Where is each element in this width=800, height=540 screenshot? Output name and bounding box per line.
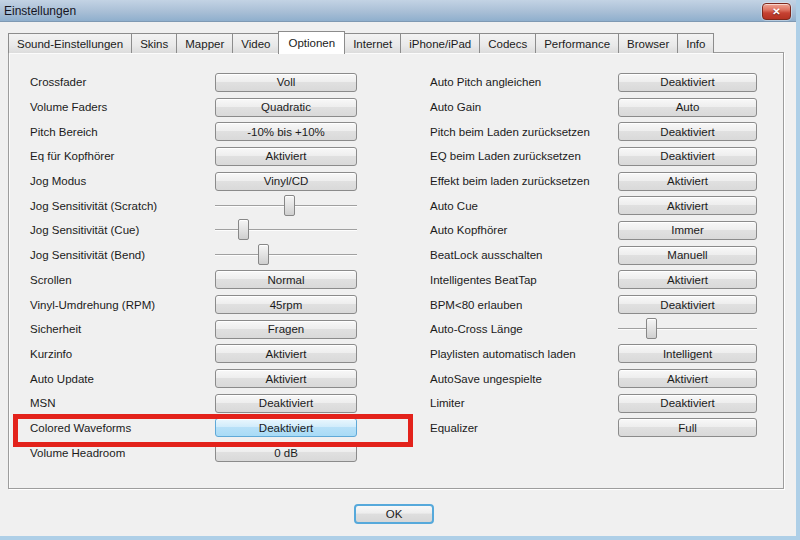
setting-label-sicherheit: Sicherheit [30, 323, 215, 335]
setting-label-auto-update: Auto Update [30, 373, 215, 385]
setting-label-volume-faders: Volume Faders [30, 101, 215, 113]
kurzinfo-button[interactable]: Aktiviert [215, 344, 357, 363]
limiter-button[interactable]: Deaktiviert [618, 394, 757, 413]
setting-row-jog-sensitivit-t-cue: Jog Sensitivität (Cue) [30, 218, 357, 243]
setting-label-jog-sensitivit-t-scratch: Jog Sensitivität (Scratch) [30, 200, 215, 212]
setting-label-msn: MSN [30, 397, 215, 409]
setting-label-limiter: Limiter [430, 397, 618, 409]
setting-row-sicherheit: SicherheitFragen [30, 317, 357, 342]
tab-sound-einstellungen[interactable]: Sound-Einstellungen [8, 33, 132, 53]
slider-thumb[interactable] [238, 219, 249, 240]
auto-gain-button[interactable]: Auto [618, 98, 757, 117]
setting-row-autosave-ungespielte: AutoSave ungespielteAktiviert [430, 366, 757, 391]
slider-thumb[interactable] [284, 195, 295, 216]
sicherheit-button[interactable]: Fragen [215, 320, 357, 339]
jog-modus-button[interactable]: Vinyl/CD [215, 172, 357, 191]
jog-sensitivit-t-cue-slider[interactable] [215, 218, 357, 242]
tab-iphone-ipad[interactable]: iPhone/iPad [400, 33, 480, 53]
intelligentes-beattap-button[interactable]: Aktiviert [618, 270, 757, 289]
close-button[interactable]: ✕ [762, 3, 791, 20]
auto-cue-button[interactable]: Aktiviert [618, 196, 757, 215]
tab-performance[interactable]: Performance [535, 33, 619, 53]
tab-info[interactable]: Info [677, 33, 714, 53]
tab-skins[interactable]: Skins [131, 33, 177, 53]
jog-sensitivit-t-bend-slider[interactable] [215, 243, 357, 267]
setting-row-auto-cue: Auto CueAktiviert [430, 193, 757, 218]
volume-faders-button[interactable]: Quadratic [215, 98, 357, 117]
setting-row-auto-kopfh-rer: Auto KopfhörerImmer [430, 218, 757, 243]
equalizer-button[interactable]: Full [618, 418, 757, 437]
playlisten-automatisch-laden-button[interactable]: Intelligent [618, 344, 757, 363]
eq-f-r-kopfh-rer-button[interactable]: Aktiviert [215, 147, 357, 166]
setting-label-volume-headroom: Volume Headroom [30, 447, 215, 459]
crossfader-button[interactable]: Voll [215, 73, 357, 92]
setting-label-auto-cross-l-nge: Auto-Cross Länge [430, 323, 618, 335]
setting-label-jog-sensitivit-t-cue: Jog Sensitivität (Cue) [30, 224, 215, 236]
setting-label-eq-f-r-kopfh-rer: Eq für Kopfhörer [30, 150, 215, 162]
tab-browser[interactable]: Browser [618, 33, 678, 53]
msn-button[interactable]: Deaktiviert [215, 394, 357, 413]
setting-row-auto-update: Auto UpdateAktiviert [30, 366, 357, 391]
setting-label-kurzinfo: Kurzinfo [30, 348, 215, 360]
ok-button[interactable]: OK [354, 504, 434, 524]
tab-codecs[interactable]: Codecs [479, 33, 536, 53]
setting-label-auto-gain: Auto Gain [430, 101, 618, 113]
setting-row-auto-pitch-angleichen: Auto Pitch angleichenDeaktiviert [430, 70, 757, 95]
eq-beim-laden-zur-cksetzen-button[interactable]: Deaktiviert [618, 147, 757, 166]
setting-row-equalizer: EqualizerFull [430, 416, 757, 441]
setting-row-auto-gain: Auto GainAuto [430, 95, 757, 120]
beatlock-ausschalten-button[interactable]: Manuell [618, 246, 757, 265]
auto-kopfh-rer-button[interactable]: Immer [618, 221, 757, 240]
tab-optionen[interactable]: Optionen [278, 31, 345, 54]
setting-row-vinyl-umdrehung-rpm: Vinyl-Umdrehung (RPM)45rpm [30, 292, 357, 317]
slider-track [215, 254, 357, 256]
setting-label-auto-pitch-angleichen: Auto Pitch angleichen [430, 76, 618, 88]
setting-label-pitch-bereich: Pitch Bereich [30, 126, 215, 138]
setting-label-playlisten-automatisch-laden: Playlisten automatisch laden [430, 348, 618, 360]
setting-row-kurzinfo: KurzinfoAktiviert [30, 342, 357, 367]
autosave-ungespielte-button[interactable]: Aktiviert [618, 369, 757, 388]
setting-label-colored-waveforms: Colored Waveforms [30, 422, 215, 434]
setting-row-pitch-bereich: Pitch Bereich-10% bis +10% [30, 119, 357, 144]
setting-label-jog-modus: Jog Modus [30, 175, 215, 187]
volume-headroom-button[interactable]: 0 dB [215, 443, 357, 462]
slider-thumb[interactable] [646, 318, 657, 339]
auto-pitch-angleichen-button[interactable]: Deaktiviert [618, 73, 757, 92]
setting-row-colored-waveforms: Colored WaveformsDeaktiviert [30, 416, 357, 441]
setting-label-pitch-beim-laden-zur-cksetzen: Pitch beim Laden zurücksetzen [430, 126, 618, 138]
setting-label-bpm-80-erlauben: BPM<80 erlauben [430, 299, 618, 311]
setting-row-eq-f-r-kopfh-rer: Eq für KopfhörerAktiviert [30, 144, 357, 169]
setting-label-beatlock-ausschalten: BeatLock ausschalten [430, 249, 618, 261]
bpm-80-erlauben-button[interactable]: Deaktiviert [618, 295, 757, 314]
setting-label-auto-cue: Auto Cue [430, 200, 618, 212]
setting-label-vinyl-umdrehung-rpm: Vinyl-Umdrehung (RPM) [30, 299, 215, 311]
jog-sensitivit-t-scratch-slider[interactable] [215, 194, 357, 218]
colored-waveforms-button[interactable]: Deaktiviert [215, 418, 357, 437]
setting-label-scrollen: Scrollen [30, 274, 215, 286]
tab-mapper[interactable]: Mapper [176, 33, 233, 53]
tab-video[interactable]: Video [232, 33, 279, 53]
setting-label-equalizer: Equalizer [430, 422, 618, 434]
setting-row-jog-modus: Jog ModusVinyl/CD [30, 169, 357, 194]
setting-label-eq-beim-laden-zur-cksetzen: EQ beim Laden zurücksetzen [430, 150, 618, 162]
settings-column-right: Auto Pitch angleichenDeaktiviertAuto Gai… [430, 70, 757, 440]
setting-row-bpm-80-erlauben: BPM<80 erlaubenDeaktiviert [430, 292, 757, 317]
effekt-beim-laden-zur-cksetzen-button[interactable]: Aktiviert [618, 172, 757, 191]
auto-update-button[interactable]: Aktiviert [215, 369, 357, 388]
scrollen-button[interactable]: Normal [215, 270, 357, 289]
pitch-bereich-button[interactable]: -10% bis +10% [215, 122, 357, 141]
setting-label-crossfader: Crossfader [30, 76, 215, 88]
pitch-beim-laden-zur-cksetzen-button[interactable]: Deaktiviert [618, 122, 757, 141]
setting-row-limiter: LimiterDeaktiviert [430, 391, 757, 416]
setting-label-intelligentes-beattap: Intelligentes BeatTap [430, 274, 618, 286]
tab-internet[interactable]: Internet [344, 33, 401, 53]
vinyl-umdrehung-rpm-button[interactable]: 45rpm [215, 295, 357, 314]
settings-dialog: Einstellungen ✕ Sound-EinstellungenSkins… [0, 0, 800, 540]
ok-label: OK [386, 508, 403, 520]
setting-label-auto-kopfh-rer: Auto Kopfhörer [430, 224, 618, 236]
slider-thumb[interactable] [258, 244, 269, 265]
tab-strip: Sound-EinstellungenSkinsMapperVideoOptio… [8, 32, 713, 53]
setting-row-jog-sensitivit-t-scratch: Jog Sensitivität (Scratch) [30, 193, 357, 218]
auto-cross-l-nge-slider[interactable] [618, 317, 757, 341]
slider-track [618, 328, 757, 330]
